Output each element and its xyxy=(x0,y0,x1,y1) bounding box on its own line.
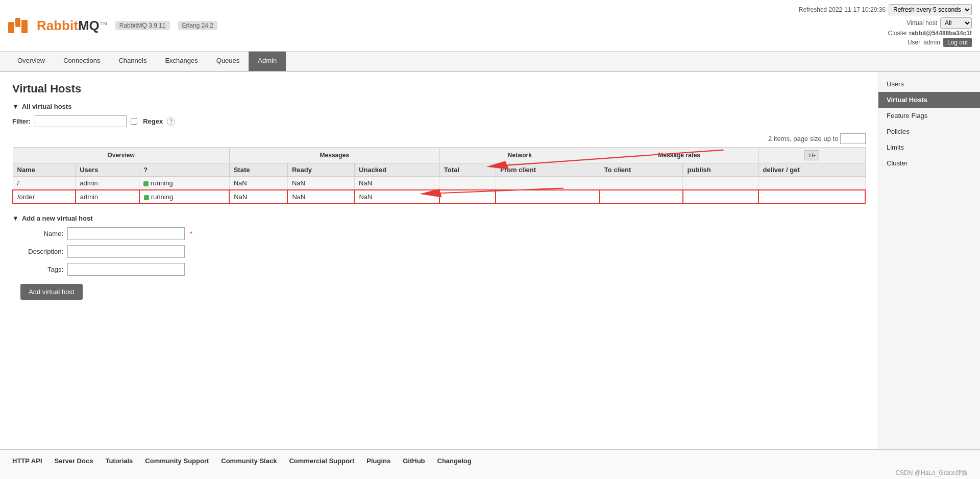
vhost-unacked: NaN xyxy=(287,177,354,190)
description-form-row: Description: xyxy=(12,245,866,258)
nav-queues[interactable]: Queues xyxy=(207,52,249,71)
table-row[interactable]: /order admin running NaN NaN NaN xyxy=(13,190,865,204)
version-badge: RabbitMQ 3.9.11 xyxy=(115,21,170,30)
vhost-name: / xyxy=(13,177,76,190)
table-row[interactable]: / admin running NaN NaN NaN xyxy=(13,177,865,190)
main: Virtual Hosts ▼ All virtual hosts Filter… xyxy=(0,72,980,449)
refreshed-text: Refreshed 2022-11-17 10:29:36 xyxy=(799,6,886,13)
erlang-badge: Erlang 24.2 xyxy=(178,21,217,30)
sidebar: Users Virtual Hosts Feature Flags Polici… xyxy=(878,72,980,449)
vhost-ready: NaN xyxy=(229,190,287,204)
sidebar-item-cluster[interactable]: Cluster xyxy=(878,155,980,171)
vhost-name: /order xyxy=(13,190,76,204)
footer-http-api[interactable]: HTTP API xyxy=(12,457,42,465)
footer-plugins[interactable]: Plugins xyxy=(366,457,390,465)
nav-connections[interactable]: Connections xyxy=(54,52,109,71)
cluster-label: Cluster xyxy=(888,30,908,37)
name-input[interactable] xyxy=(67,227,185,240)
name-label: Name: xyxy=(12,230,63,237)
vhost-label: Virtual host xyxy=(906,19,937,27)
vhost-to-client xyxy=(496,177,600,190)
vhost-total: NaN xyxy=(355,190,440,204)
svg-rect-1 xyxy=(15,18,20,27)
vhost-from-client xyxy=(439,190,496,204)
header: RabbitMQTM RabbitMQ 3.9.11 Erlang 24.2 R… xyxy=(0,0,980,52)
tags-input[interactable] xyxy=(67,263,185,276)
footer-changelog[interactable]: Changelog xyxy=(437,457,472,465)
nav-overview[interactable]: Overview xyxy=(8,52,54,71)
user-line: User admin Log out xyxy=(799,38,972,47)
footer-server-docs[interactable]: Server Docs xyxy=(55,457,93,465)
table-container: Overview Messages Network Message rates … xyxy=(12,147,866,204)
page-size-text: 2 items, page size up to xyxy=(768,135,838,142)
vhost-state-cell: running xyxy=(139,190,229,204)
vhost-to-client xyxy=(496,190,600,204)
plus-minus-button[interactable]: +/- xyxy=(804,150,819,160)
filter-input[interactable] xyxy=(35,115,127,127)
group-message-rates: Message rates xyxy=(600,148,758,163)
nav-exchanges[interactable]: Exchanges xyxy=(156,52,207,71)
footer-commercial-support[interactable]: Commercial Support xyxy=(289,457,354,465)
add-section-label: Add a new virtual host xyxy=(22,214,93,222)
cluster-name: rabbit@54488ba34c1f xyxy=(909,30,972,37)
svg-rect-0 xyxy=(8,22,14,33)
vhost-deliver-get xyxy=(683,177,758,190)
refresh-select[interactable]: Refresh every 5 seconds Manually Every 1… xyxy=(889,4,972,15)
vhost-from-client xyxy=(439,177,496,190)
col-users-help[interactable]: ? xyxy=(139,163,229,177)
footer: HTTP API Server Docs Tutorials Community… xyxy=(0,449,980,479)
vhost-table: Overview Messages Network Message rates … xyxy=(12,147,866,204)
filter-row: Filter: Regex ? xyxy=(12,115,866,127)
col-to-client: To client xyxy=(600,163,683,177)
sidebar-item-policies[interactable]: Policies xyxy=(878,124,980,139)
page-title: Virtual Hosts xyxy=(12,82,866,95)
group-messages: Messages xyxy=(229,148,439,163)
add-vhost-section: ▼ Add a new virtual host Name: * Descrip… xyxy=(12,214,866,300)
sidebar-item-users[interactable]: Users xyxy=(878,76,980,92)
logo-text: RabbitMQTM xyxy=(37,18,107,34)
status-dot xyxy=(143,181,149,186)
svg-rect-2 xyxy=(21,20,28,33)
regex-checkbox[interactable] xyxy=(131,118,137,125)
user-label: User xyxy=(908,39,920,46)
logout-button[interactable]: Log out xyxy=(943,38,972,47)
page-size-input[interactable]: 100 xyxy=(840,133,866,144)
nav-admin[interactable]: Admin xyxy=(249,52,286,71)
vhost-total: NaN xyxy=(355,177,440,190)
footer-tutorials[interactable]: Tutorials xyxy=(105,457,133,465)
sidebar-item-feature-flags[interactable]: Feature Flags xyxy=(878,108,980,124)
col-unacked: Unacked xyxy=(355,163,440,177)
sidebar-item-virtual-hosts[interactable]: Virtual Hosts xyxy=(878,92,980,108)
rabbit-logo-icon xyxy=(8,18,28,33)
plus-minus-cell: +/- xyxy=(758,148,865,163)
all-vhosts-section-header[interactable]: ▼ All virtual hosts xyxy=(12,103,866,110)
add-vhost-header[interactable]: ▼ Add a new virtual host xyxy=(12,214,866,222)
footer-github[interactable]: GitHub xyxy=(403,457,425,465)
add-vhost-button[interactable]: Add virtual host xyxy=(20,284,83,300)
vhost-ready: NaN xyxy=(229,177,287,190)
col-deliver-get: deliver / get xyxy=(758,163,865,177)
description-label: Description: xyxy=(12,248,63,255)
filter-label: Filter: xyxy=(12,117,31,125)
group-header-row: Overview Messages Network Message rates … xyxy=(13,148,865,163)
vhost-deliver-get xyxy=(683,190,758,204)
footer-community-slack[interactable]: Community Slack xyxy=(221,457,277,465)
sidebar-item-limits[interactable]: Limits xyxy=(878,139,980,155)
description-input[interactable] xyxy=(67,245,185,258)
help-icon[interactable]: ? xyxy=(167,117,175,126)
vhost-line: Virtual host All / /order xyxy=(799,17,972,29)
vhost-users: admin xyxy=(76,190,139,204)
col-ready: Ready xyxy=(287,163,354,177)
col-state: State xyxy=(229,163,287,177)
nav-channels[interactable]: Channels xyxy=(109,52,156,71)
vhost-select[interactable]: All / /order xyxy=(940,17,972,29)
name-form-row: Name: * xyxy=(12,227,866,240)
col-publish: publish xyxy=(683,163,758,177)
cluster-line: Cluster rabbit@54488ba34c1f xyxy=(799,30,972,37)
footer-community-support[interactable]: Community Support xyxy=(145,457,209,465)
footer-credit: CSDN @HaLo_Grace肆骸 xyxy=(12,469,968,477)
content: Virtual Hosts ▼ All virtual hosts Filter… xyxy=(0,72,878,449)
refresh-line: Refreshed 2022-11-17 10:29:36 Refresh ev… xyxy=(799,4,972,15)
col-name: Name xyxy=(13,163,76,177)
header-right: Refreshed 2022-11-17 10:29:36 Refresh ev… xyxy=(799,4,972,47)
